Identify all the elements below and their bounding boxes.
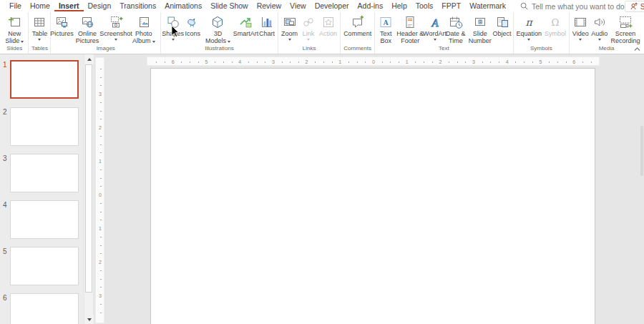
tab-tools[interactable]: Tools	[411, 1, 438, 11]
pictures-button[interactable]: Pictures	[52, 13, 71, 37]
tab-watermark[interactable]: Watermark	[465, 1, 510, 11]
menu-bar: File Home Insert Design Transitions Anim…	[0, 0, 644, 12]
slide-thumbnail-3[interactable]	[10, 154, 79, 192]
ruler-number: 3	[99, 293, 102, 299]
ruler-tick	[100, 203, 102, 204]
slide-number-button[interactable]: 1 Slide Number	[467, 13, 492, 44]
button-label: Zoom	[281, 30, 298, 37]
screen-recording-button[interactable]: Screen Recording	[609, 13, 642, 44]
header-footer-button[interactable]: Header & Footer	[395, 13, 425, 44]
ruler-tick	[549, 62, 550, 63]
tab-file[interactable]: File	[5, 1, 26, 11]
ruler-number: 3	[99, 91, 102, 97]
screenshot-icon	[109, 15, 123, 29]
tab-view[interactable]: View	[286, 1, 311, 11]
scrollbar-thumb[interactable]	[85, 64, 92, 293]
tab-developer[interactable]: Developer	[311, 1, 353, 11]
smartart-button[interactable]: SmartArt	[234, 13, 258, 37]
scroll-down-button[interactable]	[84, 315, 94, 324]
ruler-tick	[100, 304, 102, 305]
slide-thumbnail-2[interactable]	[10, 107, 79, 146]
collapse-ribbon-icon[interactable]	[634, 47, 640, 51]
wordart-icon: A	[428, 15, 442, 29]
three-d-models-button[interactable]: 3D Models	[202, 13, 234, 44]
comment-button[interactable]: Comment	[342, 13, 373, 37]
slide-thumbnail-4[interactable]	[10, 200, 79, 239]
share-button[interactable]: Share	[625, 1, 644, 12]
tab-animations[interactable]: Animations	[160, 1, 206, 11]
slide-thumbnails-panel: 1 2 3 4 5 6	[0, 54, 84, 324]
button-label: Object	[493, 30, 512, 37]
wordart-button[interactable]: A WordArt	[426, 13, 444, 41]
tab-insert[interactable]: Insert	[54, 1, 84, 11]
ruler-number: 2	[99, 124, 102, 131]
chart-button[interactable]: Chart	[258, 13, 276, 37]
icons-bird-icon	[185, 15, 200, 29]
link-icon	[301, 15, 316, 29]
ruler-tick	[100, 170, 102, 170]
slide-thumbnail-5[interactable]	[10, 247, 79, 285]
ruler-tick	[100, 279, 102, 280]
ruler-tick	[424, 62, 424, 63]
symbol-icon: Ω	[548, 15, 562, 29]
new-slide-button[interactable]: New Slide	[2, 13, 26, 44]
thumbnails-scrollbar[interactable]	[84, 54, 93, 324]
ruler-tick	[100, 77, 102, 78]
zoom-button[interactable]: Zoom	[280, 13, 299, 41]
tab-fppt[interactable]: FPPT	[437, 1, 465, 11]
ruler-tick	[100, 313, 102, 313]
button-label: WordArt	[423, 30, 447, 37]
button-label: Link	[303, 30, 315, 37]
tab-transitions[interactable]: Transitions	[115, 1, 160, 11]
group-label: Links	[279, 45, 339, 54]
tab-review[interactable]: Review	[253, 1, 286, 11]
ruler-number: 5	[540, 59, 542, 65]
ruler-tick	[557, 62, 558, 63]
button-label: SmartArt	[233, 30, 259, 37]
date-time-button[interactable]: Date & Time	[444, 13, 468, 44]
ruler-tick	[490, 62, 491, 63]
text-box-button[interactable]: A Text Box	[376, 13, 395, 44]
slide-number-label: 4	[3, 201, 9, 209]
scroll-up-icon	[87, 58, 92, 61]
canvas-scrollbar-thumb[interactable]	[640, 126, 643, 176]
tab-slide-show[interactable]: Slide Show	[206, 1, 253, 11]
main-area: 1 2 3 4 5 6 3210123 6543210123456	[0, 54, 644, 324]
table-button[interactable]: Table	[30, 13, 49, 41]
ruler-tick	[100, 245, 102, 246]
equation-button[interactable]: π Equation	[515, 13, 544, 41]
tab-design[interactable]: Design	[84, 1, 116, 11]
group-label: Slides	[1, 45, 27, 54]
ruler-tick	[100, 69, 102, 69]
scroll-up-button[interactable]	[84, 54, 94, 64]
online-pictures-button[interactable]: Online Pictures	[71, 13, 103, 44]
icons-button[interactable]: Icons	[183, 13, 202, 37]
group-comments: Comment Comments	[341, 12, 375, 54]
slide-thumbnail-1[interactable]	[10, 60, 79, 99]
tell-me-search[interactable]: Tell me what you want to do	[520, 2, 625, 11]
slide-number-label: 5	[3, 247, 9, 255]
ruler-number: 1	[338, 59, 341, 65]
ruler-tick	[100, 220, 102, 220]
slide-thumbnail-6[interactable]	[10, 293, 79, 324]
audio-button[interactable]: Audio	[590, 13, 609, 41]
tab-add-ins[interactable]: Add-ins	[353, 1, 388, 11]
object-button[interactable]: Object	[493, 13, 512, 37]
tab-help[interactable]: Help	[387, 1, 411, 11]
video-icon	[573, 15, 587, 29]
screenshot-button[interactable]: Screenshot	[104, 13, 129, 41]
link-button: Link	[299, 13, 318, 41]
tab-home[interactable]: Home	[26, 1, 54, 11]
mouse-cursor	[171, 25, 180, 38]
group-slides: New Slide Slides	[1, 12, 29, 54]
video-button[interactable]: Video	[571, 13, 590, 41]
svg-text:A: A	[431, 17, 439, 29]
photo-album-button[interactable]: Photo Album	[128, 13, 159, 44]
slide-canvas[interactable]	[150, 68, 595, 324]
ruler-tick	[390, 62, 391, 63]
ruler-number: 6	[572, 59, 575, 65]
zoom-icon	[283, 15, 297, 29]
ruler-tick	[100, 287, 102, 288]
ruler-tick	[357, 62, 358, 63]
ruler-tick	[298, 62, 299, 63]
